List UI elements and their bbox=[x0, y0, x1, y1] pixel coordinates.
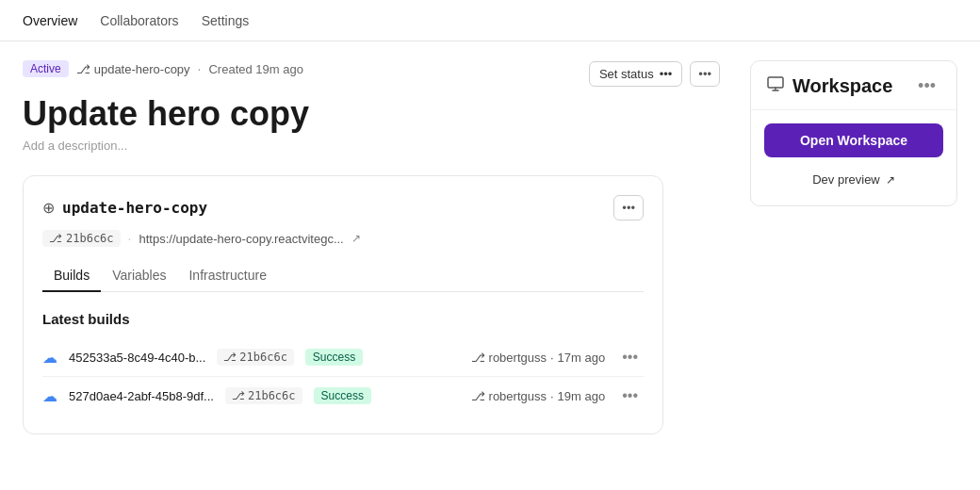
dev-preview-link[interactable]: Dev preview ↗ bbox=[764, 167, 943, 192]
project-more-button[interactable]: ••• bbox=[613, 195, 644, 220]
active-badge: Active bbox=[23, 60, 69, 77]
branch-name: update-hero-copy bbox=[94, 62, 190, 76]
builds-section-title: Latest builds bbox=[42, 311, 644, 327]
dev-preview-ext-icon: ↗ bbox=[886, 173, 895, 187]
tabs: Builds Variables Infrastructure bbox=[42, 260, 644, 292]
project-name: update-hero-copy bbox=[62, 199, 207, 217]
build-more-btn-2[interactable]: ••• bbox=[616, 385, 644, 406]
set-status-button[interactable]: Set status ••• bbox=[589, 61, 682, 87]
author-time-2: 19m ago bbox=[558, 389, 606, 403]
build-author-1: ⎇ robertguss · 17m ago bbox=[471, 351, 606, 365]
author-sep-1: · bbox=[550, 351, 554, 365]
cloud-icon-1: ☁ bbox=[42, 349, 57, 367]
workspace-panel-header: Workspace ••• bbox=[751, 61, 956, 110]
dev-preview-label: Dev preview bbox=[812, 172, 880, 187]
commit-branch-icon-2: ⎇ bbox=[232, 389, 245, 402]
commit-hash: 21b6c6c bbox=[66, 232, 114, 245]
build-status-1: Success bbox=[305, 349, 363, 366]
nav-settings[interactable]: Settings bbox=[202, 13, 250, 28]
commit-badge: ⎇ 21b6c6c bbox=[42, 230, 121, 247]
workspace-more-button[interactable]: ••• bbox=[912, 74, 941, 98]
right-sidebar: Workspace ••• Open Workspace Dev preview… bbox=[750, 60, 957, 434]
cloud-icon-2: ☁ bbox=[42, 387, 57, 405]
workspace-panel: Workspace ••• Open Workspace Dev preview… bbox=[750, 60, 957, 206]
globe-icon: ⊕ bbox=[42, 199, 55, 217]
author-name-1: robertguss bbox=[489, 351, 547, 365]
created-time: Created 19m ago bbox=[208, 62, 302, 76]
workspace-panel-body: Open Workspace Dev preview ↗ bbox=[751, 110, 956, 205]
build-row: ☁ 452533a5-8c49-4c40-b... ⎇ 21b6c6c Succ… bbox=[42, 338, 644, 377]
main-layout: Active ⎇ update-hero-copy · Created 19m … bbox=[0, 60, 980, 434]
branch-info: ⎇ update-hero-copy bbox=[76, 62, 190, 76]
author-time-1: 17m ago bbox=[558, 351, 606, 365]
workspace-title-row: Workspace bbox=[766, 74, 892, 98]
nav-collaborators[interactable]: Collaborators bbox=[100, 13, 178, 28]
set-status-label: Set status bbox=[599, 67, 654, 81]
project-more-dots: ••• bbox=[622, 201, 635, 215]
open-workspace-button[interactable]: Open Workspace bbox=[764, 123, 943, 157]
workspace-icon bbox=[766, 74, 785, 98]
build-commit-hash-1: 21b6c6c bbox=[239, 351, 287, 364]
build-author-2: ⎇ robertguss · 19m ago bbox=[471, 389, 606, 403]
page-title: Update hero copy bbox=[23, 94, 720, 133]
dot-separator: · bbox=[198, 61, 202, 76]
build-hash-1[interactable]: 452533a5-8c49-4c40-b... bbox=[69, 351, 205, 365]
nav-overview[interactable]: Overview bbox=[23, 13, 77, 28]
author-icon-1: ⎇ bbox=[471, 351, 485, 365]
build-commit-2: ⎇ 21b6c6c bbox=[225, 387, 302, 404]
toolbar: Set status ••• ••• bbox=[589, 61, 720, 87]
project-card: ⊕ update-hero-copy ••• ⎇ 21b6c6c · https… bbox=[23, 175, 663, 434]
tab-builds[interactable]: Builds bbox=[42, 260, 101, 292]
project-url[interactable]: https://update-hero-copy.reactvitegc... bbox=[139, 232, 343, 246]
builds-section: Latest builds ☁ 452533a5-8c49-4c40-b... … bbox=[42, 311, 644, 415]
commit-icon: ⎇ bbox=[49, 232, 62, 245]
build-commit-1: ⎇ 21b6c6c bbox=[217, 349, 294, 366]
url-row: ⎇ 21b6c6c · https://update-hero-copy.rea… bbox=[42, 230, 644, 247]
author-name-2: robertguss bbox=[489, 389, 547, 403]
build-more-btn-1[interactable]: ••• bbox=[616, 347, 644, 368]
top-navigation: Overview Collaborators Settings bbox=[0, 0, 980, 41]
tab-variables[interactable]: Variables bbox=[101, 260, 177, 292]
author-icon-2: ⎇ bbox=[471, 389, 485, 403]
branch-icon: ⎇ bbox=[76, 62, 90, 76]
left-content: Active ⎇ update-hero-copy · Created 19m … bbox=[23, 60, 720, 434]
set-status-dots: ••• bbox=[660, 67, 673, 81]
build-row-2: ☁ 527d0ae4-2abf-45b8-9df... ⎇ 21b6c6c Su… bbox=[42, 377, 644, 415]
more-options-button[interactable]: ••• bbox=[690, 61, 720, 87]
page-description: Add a description... bbox=[23, 139, 720, 153]
svg-rect-0 bbox=[768, 77, 783, 88]
build-status-2: Success bbox=[314, 387, 371, 404]
commit-branch-icon: ⎇ bbox=[223, 351, 237, 364]
build-commit-hash-2: 21b6c6c bbox=[248, 389, 296, 402]
tab-infrastructure[interactable]: Infrastructure bbox=[177, 260, 277, 292]
project-name-row: ⊕ update-hero-copy bbox=[42, 199, 207, 217]
external-link-icon: ↗ bbox=[351, 232, 361, 245]
url-separator: · bbox=[128, 231, 132, 246]
project-card-header: ⊕ update-hero-copy ••• bbox=[42, 195, 644, 220]
more-dots: ••• bbox=[698, 67, 711, 81]
workspace-title: Workspace bbox=[792, 75, 892, 97]
status-bar: Active ⎇ update-hero-copy · Created 19m … bbox=[23, 60, 303, 77]
author-sep-2: · bbox=[550, 389, 554, 403]
build-hash-2[interactable]: 527d0ae4-2abf-45b8-9df... bbox=[69, 389, 214, 403]
